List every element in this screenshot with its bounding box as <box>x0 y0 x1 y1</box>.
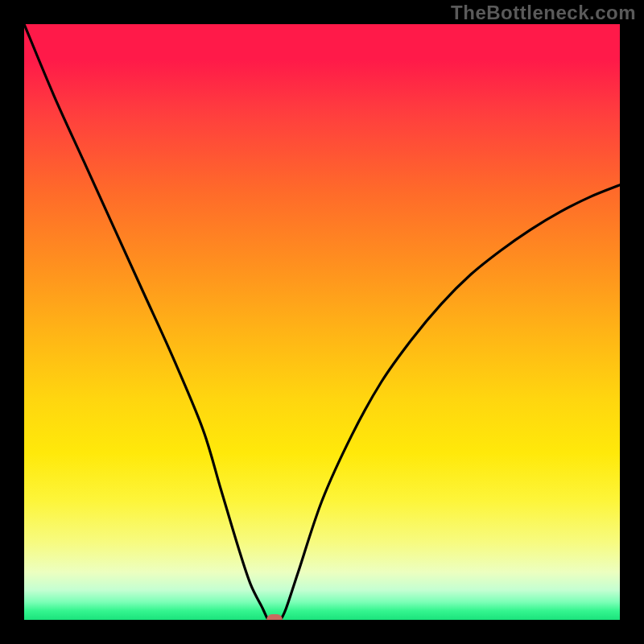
bottleneck-curve <box>24 24 620 620</box>
optimal-point-marker <box>266 614 283 620</box>
watermark-text: TheBottleneck.com <box>451 2 636 24</box>
plot-area <box>24 24 620 620</box>
chart-frame: TheBottleneck.com <box>0 0 644 644</box>
